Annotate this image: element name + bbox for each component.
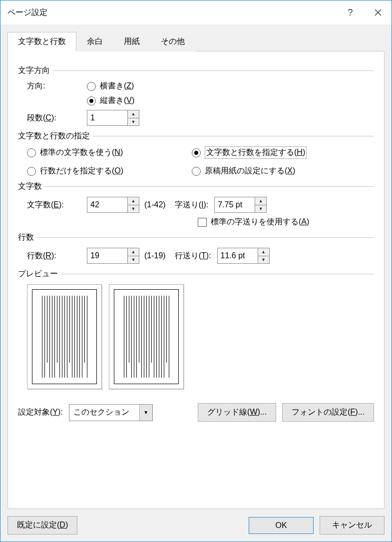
spin-down-icon[interactable]: ▼ [128, 256, 139, 264]
dialog-footer: 既定に設定(D) OK キャンセル [0, 509, 392, 542]
opt-label: 原稿用紙の設定にする(X) [205, 166, 295, 176]
radio-icon [27, 167, 36, 176]
chars-count-input[interactable] [87, 197, 127, 212]
columns-spinner[interactable]: ▲ ▼ [87, 110, 139, 126]
group-divider [61, 274, 374, 274]
apply-to-select[interactable]: このセクション ▼ [69, 404, 153, 421]
row-chars: 文字数(E): ▲ ▼ (1-42) 字送り(I): ▲ ▼ [18, 197, 374, 213]
preview-pages [18, 284, 374, 389]
char-pitch-label: 字送り(I): [175, 200, 209, 210]
spin-up-icon[interactable]: ▲ [128, 110, 139, 118]
row-lines: 行数(R): ▲ ▼ (1-19) 行送り(T): ▲ ▼ [18, 248, 374, 264]
help-button[interactable]: ? [337, 0, 364, 24]
direction-label: 方向: [27, 81, 87, 91]
radio-icon [27, 148, 36, 157]
spin-down-icon[interactable]: ▼ [255, 205, 266, 213]
radio-specify-chars-lines[interactable]: 文字数と行数を指定する(H) [192, 146, 374, 159]
page-setup-dialog: ページ設定 ? 文字数と行数 余白 用紙 その他 文字方向 方向: 横書き(Z) [0, 0, 392, 542]
opt-label: 文字数と行数を指定する(H) [205, 146, 307, 159]
radio-icon [192, 148, 201, 157]
font-settings-button[interactable]: フォントの設定(F)... [282, 403, 374, 422]
group-label-text-direction: 文字方向 [18, 65, 50, 76]
lines-count-label: 行数(R): [27, 251, 87, 261]
tab-panel: 文字方向 方向: 横書き(Z) 縦書き(V) 段数(C): [7, 51, 385, 509]
tab-chars-lines[interactable]: 文字数と行数 [7, 32, 76, 51]
group-divider [37, 237, 374, 238]
group-divider [93, 136, 374, 136]
radio-icon [192, 167, 201, 176]
group-chars: 文字数 [18, 181, 374, 192]
line-pitch-input[interactable] [218, 248, 258, 263]
opt-label: 標準の文字数を使う(N) [40, 147, 123, 158]
group-divider [45, 186, 374, 187]
radio-lines-only[interactable]: 行数だけを指定する(O) [27, 166, 192, 176]
set-default-button[interactable]: 既定に設定(D) [7, 516, 77, 535]
group-text-direction: 文字方向 [18, 65, 374, 76]
row-direction: 方向: 横書き(Z) [18, 81, 374, 91]
group-preview: プレビュー [18, 269, 374, 279]
lines-count-spinner[interactable]: ▲ ▼ [87, 248, 139, 264]
line-pitch-label: 行送り(T): [175, 251, 211, 261]
group-divider [53, 70, 374, 71]
checkbox-std-pitch-label: 標準の字送りを使用する(A) [211, 217, 309, 227]
apply-to-value: このセクション [69, 405, 139, 421]
apply-to-label: 設定対象(Y): [18, 407, 63, 418]
chars-count-spinner[interactable]: ▲ ▼ [87, 197, 139, 213]
radio-manuscript-paper[interactable]: 原稿用紙の設定にする(X) [192, 166, 374, 176]
group-label-preview: プレビュー [18, 269, 58, 279]
opt-label: 行数だけを指定する(O) [40, 166, 123, 176]
close-button[interactable] [364, 0, 392, 24]
preview-page-2 [109, 284, 184, 389]
radio-standard-chars[interactable]: 標準の文字数を使う(N) [27, 146, 192, 159]
char-pitch-spinner[interactable]: ▲ ▼ [214, 197, 267, 213]
gridlines-button[interactable]: グリッド線(W)... [198, 403, 276, 422]
tab-paper[interactable]: 用紙 [113, 32, 150, 51]
group-label-chars: 文字数 [18, 181, 42, 192]
checkbox-std-pitch[interactable] [198, 218, 207, 227]
lines-count-input[interactable] [87, 248, 127, 263]
columns-input[interactable] [87, 110, 127, 125]
spin-up-icon[interactable]: ▲ [128, 197, 139, 205]
lines-range: (1-19) [144, 251, 166, 260]
tab-other[interactable]: その他 [150, 32, 195, 51]
spin-up-icon[interactable]: ▲ [255, 197, 266, 205]
spin-up-icon[interactable]: ▲ [258, 248, 269, 256]
tab-bar: 文字数と行数 余白 用紙 その他 [7, 31, 385, 51]
title-bar: ページ設定 ? [0, 0, 392, 24]
spin-up-icon[interactable]: ▲ [128, 248, 139, 256]
spin-down-icon[interactable]: ▼ [258, 256, 269, 264]
group-label-lines: 行数 [18, 232, 34, 243]
chars-count-label: 文字数(E): [27, 200, 87, 210]
preview-page-1 [27, 284, 102, 389]
row-std-pitch: 標準の字送りを使用する(A) [18, 217, 374, 227]
chars-range: (1-42) [144, 200, 166, 209]
group-lines: 行数 [18, 232, 374, 243]
tab-margins[interactable]: 余白 [76, 32, 113, 51]
spec-options: 標準の文字数を使う(N) 文字数と行数を指定する(H) 行数だけを指定する(O)… [18, 146, 374, 176]
row-columns: 段数(C): ▲ ▼ [18, 110, 374, 126]
radio-icon [87, 82, 96, 91]
ok-button[interactable]: OK [249, 517, 314, 534]
spin-down-icon[interactable]: ▼ [128, 205, 139, 213]
radio-vertical[interactable]: 縦書き(V) [87, 95, 134, 106]
char-pitch-input[interactable] [215, 197, 255, 212]
dialog-content: 文字数と行数 余白 用紙 その他 文字方向 方向: 横書き(Z) [0, 24, 392, 509]
columns-label: 段数(C): [27, 113, 87, 123]
close-icon [375, 9, 382, 16]
radio-icon [87, 96, 96, 105]
dialog-title: ページ設定 [7, 7, 337, 18]
radio-vertical-label: 縦書き(V) [100, 95, 134, 106]
line-pitch-spinner[interactable]: ▲ ▼ [217, 248, 270, 264]
spin-down-icon[interactable]: ▼ [128, 118, 139, 126]
cancel-button[interactable]: キャンセル [320, 516, 385, 535]
chevron-down-icon: ▼ [139, 405, 152, 421]
radio-horizontal-label: 横書き(Z) [100, 81, 134, 91]
row-direction-vert: 縦書き(V) [18, 95, 374, 106]
group-label-spec: 文字数と行数の指定 [18, 131, 90, 141]
group-spec: 文字数と行数の指定 [18, 131, 374, 141]
radio-horizontal[interactable]: 横書き(Z) [87, 81, 134, 91]
bottom-controls: 設定対象(Y): このセクション ▼ グリッド線(W)... フォントの設定(F… [18, 403, 374, 422]
